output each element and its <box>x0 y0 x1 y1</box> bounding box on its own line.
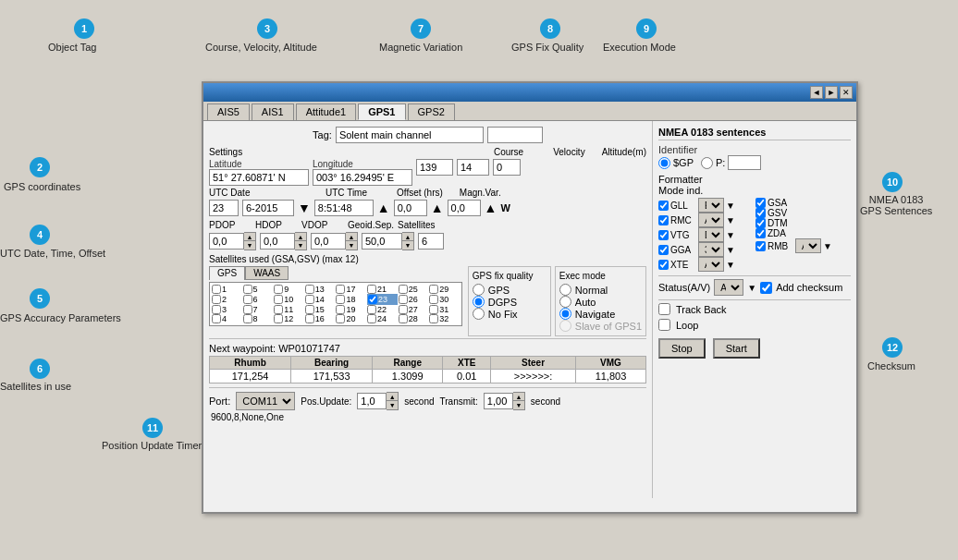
nmea-rmb-select[interactable]: A <box>795 238 821 253</box>
sat-check-25[interactable] <box>399 285 408 294</box>
gp-radio[interactable] <box>658 157 670 169</box>
sat-check-4[interactable] <box>212 314 221 323</box>
sat-check-12[interactable] <box>274 314 283 323</box>
sat-check-27[interactable] <box>399 305 408 314</box>
start-button[interactable]: Start <box>713 338 760 359</box>
utc-date-input[interactable] <box>209 200 239 216</box>
sat-check-7[interactable] <box>243 305 252 314</box>
sat-check-29[interactable] <box>429 285 438 294</box>
utc-offset-input[interactable] <box>394 200 427 216</box>
sat-check-28[interactable] <box>399 314 408 323</box>
tab-gps2[interactable]: GPS2 <box>408 103 455 120</box>
tag-extra-input[interactable] <box>487 127 543 143</box>
sat-check-16[interactable] <box>305 314 314 323</box>
hdop-input[interactable] <box>260 233 295 250</box>
tab-attitude1[interactable]: Attitude1 <box>296 103 356 120</box>
add-checksum-check[interactable] <box>760 282 772 294</box>
stop-button[interactable]: Stop <box>658 338 706 359</box>
status-select[interactable]: A <box>714 279 743 296</box>
nmea-gga-select[interactable]: 3 <box>698 242 724 257</box>
fix-dgps-radio[interactable] <box>473 296 485 308</box>
sat-check-3[interactable] <box>212 305 221 314</box>
p-input[interactable] <box>728 155 761 170</box>
fix-gps-radio[interactable] <box>473 284 485 296</box>
loop-check[interactable] <box>658 319 670 331</box>
pos-update-input[interactable] <box>357 393 387 409</box>
sat-tab-waas[interactable]: WAAS <box>245 266 289 280</box>
tab-ais1[interactable]: AIS1 <box>252 103 294 120</box>
pos-update-spin-down[interactable]: ▼ <box>387 401 398 409</box>
nmea-vtg-check[interactable] <box>658 230 669 240</box>
nmea-rmc-select[interactable]: A <box>698 213 724 227</box>
sat-check-13[interactable] <box>305 285 314 294</box>
hdop-spin-up[interactable]: ▲ <box>295 233 306 241</box>
nmea-rmc-check[interactable] <box>658 215 669 225</box>
sat-check-18[interactable] <box>336 295 345 304</box>
pdop-spin-up[interactable]: ▲ <box>244 233 255 241</box>
utc-month-input[interactable] <box>242 200 294 216</box>
nmea-gga-check[interactable] <box>658 245 669 255</box>
sat-check-24[interactable] <box>367 314 376 323</box>
hdop-spin-down[interactable]: ▼ <box>295 241 306 250</box>
sat-check-20[interactable] <box>336 314 345 323</box>
sat-check-15[interactable] <box>305 305 314 314</box>
exec-auto-radio[interactable] <box>559 296 571 308</box>
sat-check-31[interactable] <box>429 305 438 314</box>
geoid-spin-down[interactable]: ▼ <box>402 241 413 250</box>
exec-slave-radio[interactable] <box>559 320 571 332</box>
pos-update-spin-up[interactable]: ▲ <box>387 393 398 401</box>
transmit-spin-down[interactable]: ▼ <box>513 401 524 409</box>
port-select[interactable]: COM11 <box>236 392 295 410</box>
longitude-input[interactable] <box>313 169 412 186</box>
tag-input[interactable] <box>336 127 484 143</box>
geoid-spin-up[interactable]: ▲ <box>402 233 413 241</box>
nmea-vtg-select[interactable]: D <box>698 227 724 242</box>
time-spin-up[interactable]: ▲ <box>377 201 390 215</box>
sat-check-8[interactable] <box>243 314 252 323</box>
title-btn-forward[interactable]: ► <box>825 86 838 99</box>
sat-check-21[interactable] <box>367 285 376 294</box>
utc-time-input[interactable] <box>314 200 374 216</box>
geoid-input[interactable] <box>362 233 402 250</box>
course-input[interactable] <box>416 159 453 176</box>
title-btn-close[interactable]: ✕ <box>840 86 853 99</box>
nmea-xte-check[interactable] <box>658 260 669 270</box>
sat-check-2[interactable] <box>212 295 221 304</box>
sat-check-9[interactable] <box>274 285 283 294</box>
altitude-input[interactable] <box>493 159 521 176</box>
exec-navigate-radio[interactable] <box>559 308 571 320</box>
magvar-spin[interactable]: ▲ <box>485 201 497 215</box>
track-back-check[interactable] <box>658 303 670 315</box>
title-btn-back[interactable]: ◄ <box>810 86 823 99</box>
pdop-spin-down[interactable]: ▼ <box>244 241 255 250</box>
latitude-input[interactable] <box>209 169 309 186</box>
p-radio[interactable] <box>701 157 713 169</box>
sat-check-32[interactable] <box>429 314 438 323</box>
tab-gps1[interactable]: GPS1 <box>358 103 405 120</box>
sat-check-19[interactable] <box>336 305 345 314</box>
nmea-rmb-check[interactable] <box>755 241 766 251</box>
sat-tab-gps[interactable]: GPS <box>209 266 245 280</box>
sat-check-23[interactable] <box>368 295 377 304</box>
transmit-input[interactable] <box>484 393 513 409</box>
fix-nofix-radio[interactable] <box>473 308 485 320</box>
sat-check-22[interactable] <box>367 305 376 314</box>
sat-check-5[interactable] <box>243 285 252 294</box>
offset-spin[interactable]: ▲ <box>431 201 444 215</box>
sat-check-1[interactable] <box>212 285 221 294</box>
sat-check-30[interactable] <box>429 295 438 304</box>
sat-check-11[interactable] <box>274 305 283 314</box>
tab-ais5[interactable]: AIS5 <box>207 103 250 120</box>
utc-magvar-input[interactable] <box>448 200 481 216</box>
nmea-gsa-check[interactable] <box>755 198 766 208</box>
sat-check-14[interactable] <box>305 295 314 304</box>
nmea-zda-check[interactable] <box>755 228 766 238</box>
date-dropdown[interactable]: ▼ <box>298 201 311 215</box>
velocity-input[interactable] <box>457 159 489 176</box>
vdop-input[interactable] <box>311 233 346 250</box>
vdop-spin-up[interactable]: ▲ <box>346 233 357 241</box>
vdop-spin-down[interactable]: ▼ <box>346 241 357 250</box>
transmit-spin-up[interactable]: ▲ <box>513 393 524 401</box>
pdop-input[interactable] <box>209 233 244 250</box>
sat-check-17[interactable] <box>336 285 345 294</box>
